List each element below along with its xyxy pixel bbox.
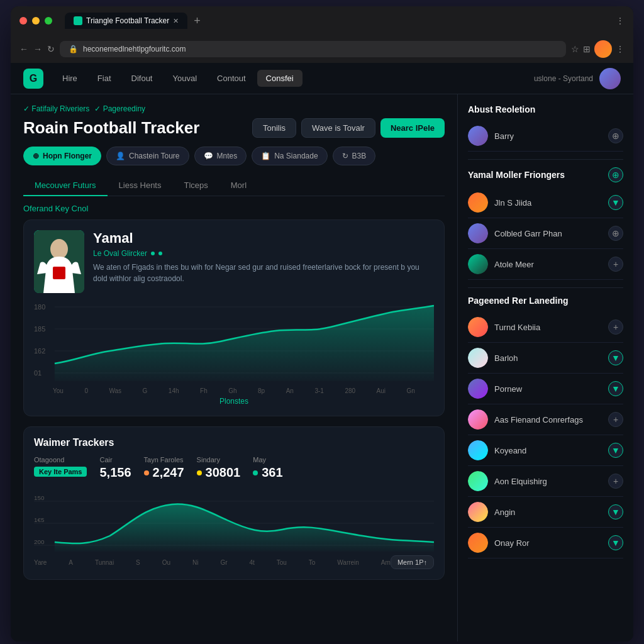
featured-description: We aten of Figads in thes bu wih for Neg…	[93, 262, 434, 284]
nav-item-fiat[interactable]: Fiat	[89, 70, 120, 87]
stat-cair: Cair 5,156	[99, 456, 131, 480]
header-action-tonilis[interactable]: Tonilis	[252, 118, 296, 138]
recommended-name: Pornew	[494, 384, 602, 394]
sub-tab-liess-hents[interactable]: Liess Hents	[108, 175, 173, 196]
recommended-action-button[interactable]: ▼	[608, 504, 623, 519]
maximize-dot[interactable]	[45, 17, 52, 25]
filter-tab-label: Mntes	[217, 152, 238, 160]
stat-value-sindary: 30801	[197, 465, 241, 480]
breadcrumb: ✓ Fatifaily Riveriers ✓ Pagereediny	[23, 104, 445, 113]
breadcrumb-check2: ✓ Pagereediny	[94, 104, 145, 113]
filter-tab-icon: ↻	[342, 152, 348, 160]
nav-item-hire[interactable]: Hire	[53, 70, 86, 87]
about-person-row: Barry ⊕	[468, 121, 623, 152]
filter-tab-chastein-toure[interactable]: 👤Chastein Toure	[106, 147, 189, 165]
filter-tab-label: B3B	[352, 152, 367, 160]
recommended-action-button[interactable]: +	[608, 474, 623, 489]
status-indicator2	[158, 252, 162, 255]
filter-tab-icon: 👤	[116, 152, 125, 160]
follower-action-button[interactable]: +	[608, 257, 623, 272]
filter-tab-hopn-flonger[interactable]: ⊕Hopn Flonger	[23, 147, 101, 165]
url-text: heconemedlnehtlpgfouritc.com	[83, 45, 557, 53]
filter-tab-icon: 📋	[261, 152, 270, 160]
nav-item-contout[interactable]: Contout	[208, 70, 255, 87]
recommended-list: Turnd Kebiia + Barloh ▼ Pornew ▼ Aas Fie…	[468, 312, 623, 558]
stat-otagoond: Otagoond Key Ite Pams	[34, 456, 87, 480]
sub-tab-mecouver-futurs[interactable]: Mecouver Futurs	[23, 175, 108, 196]
follower-action-button[interactable]: ▼	[608, 195, 623, 210]
featured-chart-x-labels: You 0 Was G 14h Fh Gh 8p An 3-1 280 Aui …	[34, 385, 434, 394]
sub-tab-tlceps[interactable]: Tlceps	[172, 175, 219, 196]
recommended-row: Aon Elquishirg +	[468, 466, 623, 497]
app-nav: G HireFiatDifoutYouvalContoutConsfei usl…	[11, 63, 633, 94]
stat-dot-yellow	[197, 470, 202, 475]
header-action-nearc-ipele[interactable]: Nearc IPele	[380, 118, 445, 138]
back-button[interactable]: ←	[19, 44, 28, 54]
tracker-stats: Otagoond Key Ite Pams Cair 5,156 Tayn Fa…	[34, 456, 434, 480]
stat-dot-green	[253, 470, 258, 475]
forward-button[interactable]: →	[33, 44, 42, 54]
browser-menu-icon[interactable]: ⋮	[616, 16, 625, 26]
recommended-action-button[interactable]: ▼	[608, 350, 623, 365]
svg-text:150: 150	[34, 494, 44, 501]
follower-action-button[interactable]: ⊕	[608, 226, 623, 241]
main-content: ✓ Fatifaily Riveriers ✓ Pagereediny Roai…	[11, 94, 633, 641]
stat-dot-orange	[144, 470, 149, 475]
status-indicator	[151, 252, 155, 255]
close-dot[interactable]	[19, 17, 27, 25]
recommended-name: Onay Ror	[494, 538, 602, 548]
right-browser-icons: ☆ ⊞ ⋮	[571, 40, 625, 58]
nav-item-difout[interactable]: Difout	[123, 70, 162, 87]
svg-text:200: 200	[34, 538, 44, 545]
extension-icon[interactable]: ⊞	[583, 44, 591, 54]
filter-tab-b3b[interactable]: ↻B3B	[333, 147, 376, 165]
divider-2	[468, 287, 623, 288]
tab-favicon	[74, 16, 82, 25]
tracker-title: Waimer Trackers	[34, 437, 434, 448]
recommended-row: Aas Fienand Conrerfags +	[468, 404, 623, 435]
recommended-name: Koyeand	[494, 446, 602, 455]
nav-avatar[interactable]	[599, 68, 621, 89]
new-tab-button[interactable]: +	[190, 14, 204, 28]
recommended-action-button[interactable]: ▼	[608, 443, 623, 458]
active-tab[interactable]: Triangle Football Tracker ✕	[65, 13, 187, 29]
follower-row: Jln S Jiida ▼	[468, 187, 623, 218]
about-avatar	[468, 126, 488, 146]
featured-player-image	[34, 230, 84, 293]
divider-1	[468, 159, 623, 160]
about-person-name: Barry	[494, 131, 602, 141]
nav-item-youval[interactable]: Youval	[164, 70, 206, 87]
tracker-more-button[interactable]: Mern 1P↑	[391, 555, 434, 569]
address-bar[interactable]: 🔒 heconemedlnehtlpgfouritc.com	[60, 41, 566, 57]
browser-user-avatar[interactable]	[594, 40, 612, 58]
nav-item-consfei[interactable]: Consfei	[257, 70, 303, 87]
filter-tab-label: Chastein Toure	[129, 152, 180, 160]
tab-close-button[interactable]: ✕	[173, 17, 179, 25]
filter-tab-label: Hopn Flonger	[43, 152, 92, 160]
filter-tab-label: Na Siandade	[274, 152, 318, 160]
tracker-chart: 150 1€5 200	[34, 489, 434, 552]
filter-tab-na-siandade[interactable]: 📋Na Siandade	[252, 147, 327, 165]
recommended-action-button[interactable]: ▼	[608, 381, 623, 396]
minimize-dot[interactable]	[32, 17, 40, 25]
svg-text:01: 01	[34, 370, 42, 376]
recommended-title: Pageened Rer Laneding	[468, 296, 623, 306]
followers-header: Yamal Moller Friongers ⊕	[468, 167, 623, 182]
refresh-button[interactable]: ↻	[47, 44, 55, 54]
sub-tabs: Mecouver FutursLiess HentsTlcepsMorl	[23, 175, 445, 196]
recommended-action-button[interactable]: +	[608, 412, 623, 427]
filter-tab-mntes[interactable]: 💬Mntes	[194, 147, 247, 165]
recommended-action-button[interactable]: +	[608, 319, 623, 335]
app-logo: G	[23, 69, 43, 89]
svg-text:162: 162	[34, 348, 45, 354]
about-person-action[interactable]: ⊕	[608, 128, 623, 143]
featured-subtitle: Le Oval Glircker	[93, 249, 434, 258]
recommended-action-button[interactable]: ▼	[608, 535, 623, 550]
header-action-wave-is-tovalr[interactable]: Wave is Tovalr	[301, 118, 375, 138]
featured-card: Yamal Le Oval Glircker We aten of Figads…	[23, 219, 445, 416]
sub-tab-morl[interactable]: Morl	[219, 175, 258, 196]
star-icon[interactable]: ☆	[571, 44, 579, 54]
followers-action-button[interactable]: ⊕	[608, 167, 623, 182]
recommended-row: Turnd Kebiia +	[468, 312, 623, 343]
more-icon[interactable]: ⋮	[616, 44, 625, 54]
